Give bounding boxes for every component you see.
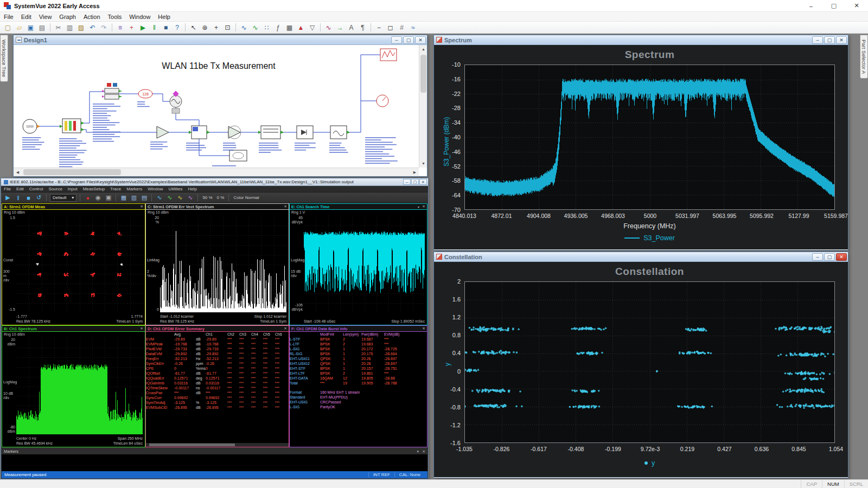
menu-help[interactable]: Help — [154, 12, 174, 21]
vsa-menu-window[interactable]: Window — [145, 187, 165, 191]
markers-dropdown-icon[interactable]: ▾ — [417, 450, 419, 454]
constellation-maximize-button[interactable]: ▢ — [824, 253, 835, 261]
menu-window[interactable]: Window — [125, 12, 154, 21]
menu-file[interactable]: File — [0, 12, 17, 21]
stop-analysis-icon[interactable]: ■ — [161, 23, 171, 33]
redo-icon[interactable]: ↷ — [99, 23, 109, 33]
vsa-menu-input[interactable]: Input — [65, 187, 80, 191]
vsa-menu-utilities[interactable]: Utilities — [166, 187, 186, 191]
vsa-record-icon[interactable]: ● — [83, 194, 92, 202]
vsa-menu-edit[interactable]: Edit — [14, 187, 27, 191]
vsa-loop-icon[interactable]: ↺ — [34, 194, 43, 202]
markers-close-icon[interactable]: ✕ — [422, 450, 425, 454]
panel-c-close-icon[interactable]: ✕ — [284, 204, 287, 209]
menu-action[interactable]: Action — [80, 12, 104, 21]
vsa-trace-green-icon[interactable]: ∿ — [165, 194, 174, 202]
cut-icon[interactable]: ✂ — [53, 23, 63, 33]
design-horizontal-scrollbar[interactable]: ◀ ▶ — [14, 168, 419, 176]
minimize-button[interactable]: – — [800, 0, 822, 11]
zoom-in-icon[interactable]: + — [211, 23, 221, 33]
scroll-right-icon[interactable]: ▶ — [411, 168, 419, 176]
design-vertical-scrollbar[interactable]: ▲ ▼ — [419, 45, 427, 168]
layers-icon[interactable]: ≈ — [408, 23, 418, 33]
design1-close-button[interactable]: ✕ — [415, 36, 426, 44]
vsa-trace-yellow-icon[interactable]: ∿ — [175, 194, 184, 202]
scroll-up-icon[interactable]: ▲ — [419, 45, 427, 53]
vsa-menu-trace[interactable]: Trace — [107, 187, 124, 191]
vsa-play-icon[interactable]: ▶ — [3, 194, 12, 202]
library-manager-icon[interactable]: ≡ — [115, 23, 125, 33]
vsa-camera-icon[interactable]: ▣ — [104, 194, 113, 202]
vsa-menu-help[interactable]: Help — [185, 187, 199, 191]
constellation-close-button[interactable]: ✕ — [836, 253, 847, 261]
design1-minimize-button[interactable]: – — [391, 36, 402, 44]
menu-graph[interactable]: Graph — [55, 12, 80, 21]
error-summary-scrollbar[interactable] — [146, 443, 289, 447]
vsa-layout-grid-icon[interactable]: ▦ — [119, 194, 128, 202]
save-icon[interactable]: ▣ — [25, 23, 36, 33]
matrix-icon[interactable]: ▦ — [284, 23, 295, 33]
vsa-pause-icon[interactable]: ‖ — [14, 194, 23, 202]
vsa-menu-markers[interactable]: Markers — [124, 187, 145, 191]
annotation-text-icon[interactable]: A — [346, 23, 356, 33]
part-selector-tab[interactable]: Part Selector A — [860, 35, 868, 79]
scroll-left-icon[interactable]: ◀ — [14, 168, 22, 176]
equation-icon[interactable]: ƒ — [273, 23, 283, 33]
vsa-snapshot-icon[interactable]: ◉ — [93, 194, 103, 202]
panel-f-close-icon[interactable]: ✕ — [422, 326, 425, 331]
pointer-icon[interactable]: ↖ — [188, 23, 199, 33]
menu-edit[interactable]: Edit — [17, 12, 35, 21]
arrow-connect-icon[interactable]: → — [335, 23, 345, 33]
pan-icon[interactable]: ⊕ — [200, 23, 210, 33]
copy-icon[interactable]: ▥ — [65, 23, 75, 33]
design1-maximize-button[interactable]: ▢ — [403, 36, 414, 44]
undo-icon[interactable]: ↶ — [87, 23, 98, 33]
app-titlebar[interactable]: SystemVue 2022 Early Access – ▢ ✕ — [0, 0, 868, 12]
paste-icon[interactable]: ▨ — [76, 23, 86, 33]
help-icon[interactable]: ? — [172, 23, 182, 33]
vsa-minimize-button[interactable]: – — [403, 179, 411, 185]
vsa-menu-source[interactable]: Source — [46, 187, 65, 191]
filter-design-icon[interactable]: ▽ — [307, 23, 317, 33]
menu-view[interactable]: View — [35, 12, 56, 21]
vsa-menu-file[interactable]: File — [1, 187, 14, 191]
schematic-canvas[interactable]: WLAN 11be Tx Measurement — [14, 45, 427, 176]
vsa-titlebar[interactable]: IEEE 802.11n/ac/ax/be - B:.C:\Program Fi… — [1, 178, 428, 186]
vsa-menu-control[interactable]: Control — [27, 187, 46, 191]
note-icon[interactable]: ¶ — [358, 23, 368, 33]
vsa-preset-select[interactable]: Default▾ — [50, 194, 76, 202]
constellation-minimize-button[interactable]: – — [812, 253, 823, 261]
panel-e-close-icon[interactable]: ✕ — [422, 204, 425, 209]
vsa-trace-blue-icon[interactable]: ∿ — [155, 194, 164, 202]
waveform-blue-icon[interactable]: ∿ — [239, 23, 249, 33]
waveform-green-icon[interactable]: ∿ — [250, 23, 260, 33]
zoom-out-icon[interactable]: − — [374, 23, 384, 33]
panel-e-dropdown-icon[interactable]: ▾ — [418, 205, 419, 209]
menu-tools[interactable]: Tools — [104, 12, 126, 21]
scroll-down-icon[interactable]: ▼ — [419, 159, 427, 168]
design1-titlebar[interactable]: Design1 – ▢ ✕ — [14, 35, 427, 45]
vsa-maximize-button[interactable]: ▢ — [411, 179, 419, 185]
spectrum-analyzer-icon[interactable]: ▲ — [296, 23, 306, 33]
spectrum-maximize-button[interactable]: ▢ — [824, 36, 835, 44]
constellation-titlebar[interactable]: Constellation – ▢ ✕ — [434, 252, 848, 262]
print-icon[interactable]: ▤ — [37, 23, 47, 33]
vsa-layout-quad-icon[interactable]: ▤ — [139, 194, 149, 202]
open-folder-icon[interactable]: ▱ — [14, 23, 24, 33]
run-analysis-icon[interactable]: ▶ — [138, 23, 148, 33]
spectrum-titlebar[interactable]: Spectrum – ▢ ✕ — [434, 35, 848, 45]
spectrum-close-button[interactable]: ✕ — [836, 36, 847, 44]
pause-analysis-icon[interactable]: ‖ — [149, 23, 159, 33]
tune-icon[interactable]: + — [126, 23, 137, 33]
vsa-close-button[interactable]: ✕ — [419, 179, 427, 185]
snap-grid-icon[interactable]: # — [397, 23, 407, 33]
scatter-plot-icon[interactable]: ∷ — [261, 23, 272, 33]
vsa-menu-meassetup[interactable]: MeasSetup — [80, 187, 107, 191]
close-button[interactable]: ✕ — [845, 0, 868, 11]
panel-d-close-icon[interactable]: ✕ — [284, 326, 287, 331]
vsa-trace-purple-icon[interactable]: ∿ — [186, 194, 195, 202]
vsa-single-icon[interactable]: ■ — [24, 194, 33, 202]
zoom-area-icon[interactable]: ⊡ — [222, 23, 233, 33]
fit-view-icon[interactable]: ◻ — [385, 23, 395, 33]
spectrum-minimize-button[interactable]: – — [812, 36, 823, 44]
